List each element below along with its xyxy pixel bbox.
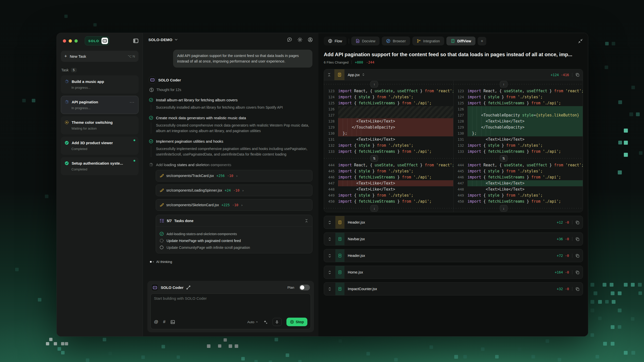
- diff-file-row[interactable]: Navbar.jsx+36-0: [324, 232, 583, 246]
- new-task-button[interactable]: + New Task ⌥ N: [61, 51, 139, 62]
- expand-file-icon[interactable]: [328, 270, 332, 275]
- divider: [572, 73, 572, 77]
- expand-down-button[interactable]: ↓: [500, 205, 507, 212]
- todo-item[interactable]: Update CommunityPage with infinite scrol…: [159, 245, 309, 250]
- line-content: </TouchableOpacity>: [468, 124, 583, 130]
- task-card[interactable]: Build a music appIn progress...: [61, 75, 139, 94]
- expand-both-button[interactable]: ⇅: [370, 155, 378, 162]
- pixel-decoration: [603, 342, 607, 346]
- diff-line: 445import { style } from './styles';: [453, 168, 583, 174]
- composer-input[interactable]: [154, 296, 307, 317]
- copy-icon[interactable]: [575, 73, 580, 77]
- expand-up-button[interactable]: ↑: [370, 81, 378, 87]
- diff-line: 444import React, { useState, useEffect }…: [453, 162, 583, 168]
- tasks-done-header[interactable]: 5/7 Tasks done: [156, 215, 312, 227]
- diff-line: 123import React, { useState, useEffect }…: [324, 88, 453, 94]
- collapse-icon[interactable]: [304, 219, 309, 223]
- expand-file-icon[interactable]: [328, 254, 332, 258]
- diff-file-row[interactable]: Header.jsx+72-0: [324, 249, 583, 262]
- diff-pane-old[interactable]: ↑123import React, { useState, useEffect …: [324, 80, 453, 212]
- pixel-decoration: [618, 170, 622, 174]
- copy-icon[interactable]: [575, 254, 580, 258]
- todo-item[interactable]: Add loading states and skeleton componen…: [159, 232, 309, 236]
- minimize-window-button[interactable]: [69, 39, 72, 43]
- task-card[interactable]: API pagination···In progress...: [61, 96, 139, 114]
- robot-agent-icon: [151, 284, 158, 291]
- stop-button[interactable]: Stop: [286, 318, 307, 326]
- tab-browser[interactable]: Browser: [382, 37, 410, 45]
- line-number: 124: [453, 94, 468, 100]
- expand-file-icon[interactable]: [328, 237, 332, 241]
- plan-toggle[interactable]: [299, 285, 310, 290]
- todo-item[interactable]: Update HomePage with paginated content f…: [159, 238, 309, 243]
- new-chat-icon[interactable]: [287, 37, 292, 42]
- image-attach-icon[interactable]: [170, 320, 175, 324]
- pixel-decoration: [495, 355, 499, 358]
- tab-docview[interactable]: Docview: [351, 37, 380, 45]
- line-content: <Text>Like</Text>: [468, 186, 583, 192]
- diff-line: 444import React, { useState, useEffect }…: [324, 162, 453, 168]
- add-tab-button[interactable]: +: [478, 37, 486, 45]
- tab-integration[interactable]: Integration: [412, 37, 444, 45]
- line-content: <TouchableOpacity style={styles.likeButt…: [468, 112, 583, 118]
- task-status: Completed: [71, 147, 135, 151]
- sort-updown-icon[interactable]: [362, 73, 365, 77]
- file-chip[interactable]: src/components/SkeletonCard.jsx+225-10›: [156, 199, 312, 211]
- copy-icon[interactable]: [575, 237, 580, 241]
- task-card[interactable]: Setup authentication syste...Completed: [61, 157, 139, 175]
- diff-file-row[interactable]: Home.jsx+164-0: [324, 266, 583, 279]
- chevron-down-icon[interactable]: [174, 38, 178, 41]
- task-more-button[interactable]: ···: [130, 100, 135, 104]
- model-mode-dropdown[interactable]: Auto: [247, 320, 258, 324]
- pixel-decoration: [15, 268, 19, 271]
- expand-file-icon[interactable]: [328, 287, 332, 291]
- line-number: 133: [324, 148, 338, 155]
- line-number: 129: [324, 124, 338, 130]
- collapse-panel-icon[interactable]: [578, 39, 583, 44]
- expand-up-button[interactable]: ↑: [500, 81, 507, 87]
- copy-icon[interactable]: [575, 270, 580, 275]
- zoom-window-button[interactable]: [74, 39, 78, 43]
- pixel-decoration: [612, 300, 615, 304]
- copy-icon[interactable]: [575, 287, 580, 291]
- line-number: 128: [324, 118, 338, 124]
- diff-line: 448 <Text>Like</Text>: [324, 186, 453, 192]
- task-card[interactable]: Theme color switchingWaiting for action: [61, 116, 139, 134]
- spinner-icon: [65, 79, 69, 84]
- tools-icon[interactable]: [186, 285, 191, 290]
- tasks-done-items: Add loading states and skeleton componen…: [156, 227, 312, 253]
- settings-gear-icon[interactable]: [297, 37, 303, 42]
- file-chip[interactable]: src/components/TrackCard.jsx+256-10›: [156, 170, 312, 182]
- tab-flow[interactable]: Flow: [324, 37, 346, 45]
- step-title: Install album-art library for fetching a…: [156, 98, 237, 102]
- microphone-icon[interactable]: [273, 318, 282, 326]
- diff-file-row[interactable]: Header.jsx+12-0: [324, 216, 583, 229]
- ai-thinking-row: AI thinking: [150, 260, 312, 264]
- mention-icon[interactable]: @: [154, 319, 158, 324]
- thought-row[interactable]: Thought for 12s: [149, 87, 312, 92]
- diff-file-header[interactable]: App.jsx +124 -416: [324, 69, 583, 80]
- pixel-decoration: [366, 352, 370, 355]
- diff-stats: 6 Files Changed +880 -244: [324, 60, 583, 64]
- pixel-decoration: [624, 129, 628, 133]
- pixel-decoration: [594, 291, 597, 295]
- tab-separator: [349, 39, 349, 44]
- diff-pane-new[interactable]: ↑123import React, { useState, useEffect …: [453, 80, 583, 212]
- copy-icon[interactable]: [575, 220, 580, 225]
- chat-scroll-area[interactable]: Add API pagination support for the conte…: [143, 46, 318, 277]
- expand-down-button[interactable]: ↓: [370, 205, 378, 212]
- tab-diffview[interactable]: DiffView: [446, 37, 475, 45]
- diff-file-row[interactable]: ImpactCounter.jsx+32-0: [324, 282, 583, 295]
- sidebar-toggle-icon[interactable]: [133, 38, 139, 44]
- close-window-button[interactable]: [63, 39, 66, 43]
- task-title: Build a music app: [72, 79, 104, 84]
- expand-file-icon[interactable]: [328, 220, 332, 225]
- collapse-file-icon[interactable]: [327, 73, 331, 77]
- hashtag-icon[interactable]: #: [163, 319, 165, 324]
- account-user-icon[interactable]: [308, 37, 313, 42]
- file-chip[interactable]: src/components/LoadingSpinner.jsx+24-10›: [156, 185, 312, 196]
- sparkle-icon[interactable]: [263, 320, 268, 324]
- task-card[interactable]: Add 3D product viewerCompleted: [61, 137, 139, 155]
- edit-pencil-icon: [159, 188, 164, 193]
- expand-both-button[interactable]: ⇅: [500, 155, 507, 162]
